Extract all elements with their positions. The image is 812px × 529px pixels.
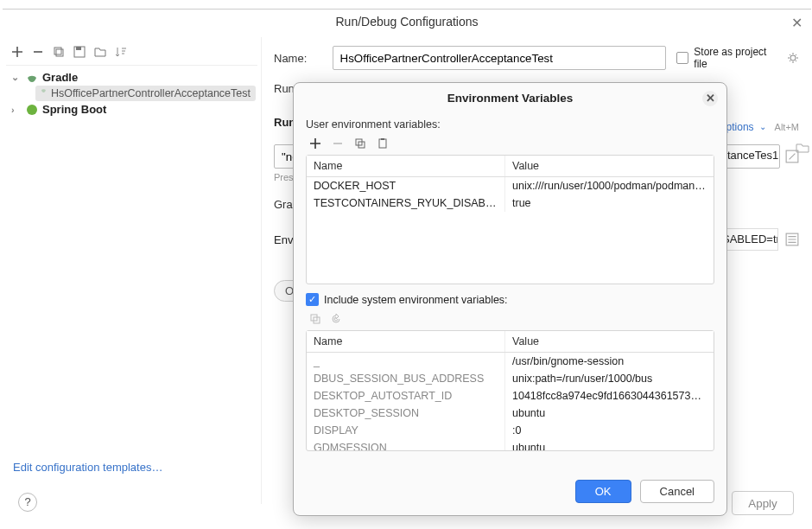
user-vars-tbody: DOCKER_HOST unix:///run/user/1000/podman… — [307, 177, 714, 284]
user-vars-label: User environment variables: — [306, 118, 714, 131]
svg-rect-0 — [54, 48, 61, 54]
svg-rect-1 — [56, 49, 63, 56]
help-button[interactable]: ? — [18, 493, 37, 512]
table-row[interactable]: DESKTOP_SESSIONubuntu — [307, 405, 714, 422]
gradle-icon — [26, 72, 38, 84]
var-name: GDMSESSION — [307, 439, 505, 450]
system-vars-tbody: _/usr/bin/gnome-session DBUS_SESSION_BUS… — [307, 353, 714, 450]
paste-icon[interactable] — [377, 137, 389, 150]
configurations-sidebar: ⌄ Gradle HsOfficePartnerControllerAccept… — [3, 37, 262, 504]
checkbox-icon — [676, 52, 688, 64]
var-name: _ — [307, 353, 505, 370]
var-value: ubuntu — [505, 405, 714, 422]
sidebar-toolbar — [6, 42, 257, 66]
table-row[interactable]: GDMSESSIONubuntu — [307, 439, 714, 450]
var-name: DISPLAY — [307, 422, 505, 439]
gradle-icon — [41, 87, 47, 99]
remove-icon[interactable] — [332, 137, 344, 150]
copy-icon[interactable] — [354, 137, 366, 150]
env-dialog-footer: OK Cancel — [294, 469, 726, 515]
folder-open-icon[interactable] — [796, 141, 811, 155]
tree-label-spring: Spring Boot — [42, 103, 106, 116]
store-as-project-file[interactable]: Store as project file — [676, 46, 799, 70]
var-name: DBUS_SESSION_BUS_ADDRESS — [307, 370, 505, 387]
sort-icon[interactable] — [115, 46, 127, 58]
table-row[interactable]: DBUS_SESSION_BUS_ADDRESSunix:path=/run/u… — [307, 370, 714, 387]
var-name[interactable]: TESTCONTAINERS_RYUK_DISABLED — [307, 194, 505, 212]
system-vars-toolbar — [306, 311, 714, 330]
include-label: Include system environment variables: — [324, 294, 508, 306]
tree-node-gradle[interactable]: ⌄ Gradle — [8, 69, 256, 86]
system-vars-table[interactable]: Name Value _/usr/bin/gnome-session DBUS_… — [306, 330, 714, 451]
config-tree[interactable]: ⌄ Gradle HsOfficePartnerControllerAccept… — [6, 66, 257, 121]
edit-configuration-templates-link[interactable]: Edit configuration templates… — [13, 461, 162, 474]
copy-icon[interactable] — [309, 313, 321, 325]
store-label: Store as project file — [694, 46, 782, 70]
chevron-right-icon: › — [11, 105, 22, 115]
dialog-title: Run/Debug Configurations ✕ — [3, 10, 811, 37]
var-value: :0 — [505, 422, 714, 439]
table-row[interactable]: DISPLAY:0 — [307, 422, 714, 439]
col-header-name: Name — [307, 156, 505, 176]
var-value: /usr/bin/gnome-session — [505, 353, 714, 370]
col-header-name: Name — [307, 331, 505, 352]
include-system-vars[interactable]: ✓ Include system environment variables: — [306, 293, 714, 306]
var-value: unix:path=/run/user/1000/bus — [505, 370, 714, 387]
env-dialog-title: Environment Variables ✕ — [294, 83, 726, 112]
apply-button[interactable]: Apply — [732, 491, 794, 515]
add-icon[interactable] — [309, 137, 321, 150]
revert-icon[interactable] — [330, 313, 342, 325]
var-name: DESKTOP_SESSION — [307, 405, 505, 422]
env-dialog-body: User environment variables: Name Value D… — [294, 112, 726, 469]
gear-icon[interactable] — [787, 52, 799, 64]
remove-icon[interactable] — [32, 46, 44, 58]
var-value: 10418fcc8a974ec9fd1663044361573920000… — [505, 387, 714, 405]
environment-variables-dialog: Environment Variables ✕ User environment… — [293, 82, 727, 516]
name-label: Name: — [274, 52, 322, 65]
table-row[interactable]: DOCKER_HOST unix:///run/user/1000/podman… — [307, 177, 714, 194]
svg-point-5 — [790, 55, 796, 61]
folder-icon[interactable] — [94, 46, 106, 58]
list-icon[interactable] — [785, 233, 799, 246]
tree-node-spring[interactable]: › Spring Boot — [8, 101, 256, 118]
table-row[interactable]: TESTCONTAINERS_RYUK_DISABLED true — [307, 194, 714, 212]
var-value[interactable]: true — [505, 194, 714, 212]
close-icon[interactable]: ✕ — [791, 15, 802, 31]
chevron-down-icon: ⌄ — [759, 122, 766, 131]
checkbox-checked-icon: ✓ — [306, 293, 319, 306]
env-dialog-title-text: Environment Variables — [447, 92, 574, 105]
svg-rect-3 — [76, 47, 81, 50]
shortcut-hint: Alt+M — [775, 122, 799, 132]
table-header: Name Value — [307, 156, 714, 177]
user-vars-table[interactable]: Name Value DOCKER_HOST unix:///run/user/… — [306, 155, 714, 284]
name-input[interactable] — [333, 46, 667, 70]
tasks-input-end[interactable]: tanceTes1 — [720, 144, 780, 169]
spring-boot-icon — [26, 104, 38, 116]
tree-label-gradle: Gradle — [42, 71, 78, 84]
var-value: ubuntu — [505, 439, 714, 450]
svg-point-4 — [27, 105, 37, 115]
table-row[interactable]: _/usr/bin/gnome-session — [307, 353, 714, 370]
table-header: Name Value — [307, 331, 714, 353]
svg-rect-11 — [381, 138, 384, 140]
var-value[interactable]: unix:///run/user/1000/podman/podman.sock — [505, 177, 714, 194]
copy-icon[interactable] — [53, 46, 65, 58]
svg-rect-10 — [379, 139, 386, 148]
tree-node-gradle-child[interactable]: HsOfficePartnerControllerAcceptanceTest — [35, 86, 256, 101]
col-header-value: Value — [505, 156, 714, 176]
tree-label-gradle-child: HsOfficePartnerControllerAcceptanceTest — [51, 87, 251, 99]
save-icon[interactable] — [73, 46, 86, 58]
chevron-down-icon: ⌄ — [11, 72, 22, 83]
name-row: Name: Store as project file — [274, 46, 799, 70]
dialog-title-text: Run/Debug Configurations — [336, 15, 479, 29]
user-vars-toolbar — [306, 136, 714, 155]
var-name[interactable]: DOCKER_HOST — [307, 177, 505, 194]
ok-button[interactable]: OK — [575, 480, 631, 503]
close-icon[interactable]: ✕ — [702, 91, 718, 106]
table-row[interactable]: DESKTOP_AUTOSTART_ID10418fcc8a974ec9fd16… — [307, 387, 714, 405]
var-name: DESKTOP_AUTOSTART_ID — [307, 387, 505, 405]
cancel-button[interactable]: Cancel — [640, 480, 714, 503]
col-header-value: Value — [505, 331, 714, 352]
add-icon[interactable] — [11, 46, 23, 58]
